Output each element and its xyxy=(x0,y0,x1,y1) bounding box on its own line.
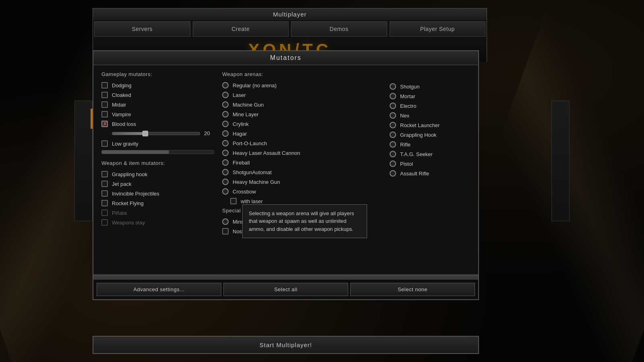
checkbox-mine-layer[interactable]: Mine Layer xyxy=(222,111,382,117)
weapon-arenas-column: Weapon arenas: Regular (no arena) Laser … xyxy=(222,71,382,268)
checkbox-rocket-launcher[interactable]: Rocket Launcher xyxy=(390,122,470,128)
checkbox-pinata[interactable]: Piñata xyxy=(101,210,214,216)
checkbox-low-gravity[interactable]: Low gravity xyxy=(101,140,214,147)
checkbox-assault-rifle[interactable]: Assault Rifle xyxy=(390,170,470,177)
checkbox-machine-gun[interactable]: Machine Gun xyxy=(222,101,382,108)
checkbox-rifle[interactable]: Rifle xyxy=(390,141,470,148)
checkbox-shotgun-automat[interactable]: ShotgunAutomat xyxy=(222,169,382,175)
radio-assault-rifle xyxy=(390,170,396,177)
radio-laser xyxy=(222,92,229,98)
radio-mins xyxy=(222,218,229,225)
low-gravity-scrollbar[interactable] xyxy=(101,150,214,154)
select-all-button[interactable]: Select all xyxy=(223,283,348,296)
radio-heavy-machine-gun xyxy=(222,179,229,185)
radio-crossbow xyxy=(222,188,229,195)
checkbox-crossbow[interactable]: Crossbow xyxy=(222,188,382,195)
dialog-body: Gameplay mutators: Dodging Cloaked Midai… xyxy=(93,65,478,274)
checkbox-icon-invincible-projectiles xyxy=(101,190,108,197)
checkbox-shotgun[interactable]: Shotgun xyxy=(390,83,470,90)
checkbox-heavy-machine-gun[interactable]: Heavy Machine Gun xyxy=(222,179,382,185)
checkbox-tag-seeker[interactable]: T.A.G. Seeker xyxy=(390,151,470,157)
side-panel-right xyxy=(551,101,570,221)
radio-nex xyxy=(390,112,396,119)
radio-rocket-launcher xyxy=(390,122,396,128)
radio-electro xyxy=(390,103,396,109)
weapon-arenas-label: Weapon arenas: xyxy=(222,71,382,77)
radio-hagar xyxy=(222,130,229,137)
checkbox-mortar[interactable]: Mortar xyxy=(390,93,470,99)
checkbox-icon-low-gravity xyxy=(101,140,108,147)
checkbox-midair[interactable]: Midair xyxy=(101,101,214,108)
slider-thumb[interactable] xyxy=(142,131,148,136)
radio-mortar xyxy=(390,93,396,99)
checkbox-weapons-stay[interactable]: Weapons stay xyxy=(101,219,214,226)
gameplay-column: Gameplay mutators: Dodging Cloaked Midai… xyxy=(101,71,214,268)
nav-bar: Servers Create Demos Player Setup xyxy=(93,20,487,38)
window-title: Multiplayer xyxy=(93,8,487,20)
slider-fill xyxy=(112,132,147,135)
checkbox-icon-midair xyxy=(101,101,108,108)
checkbox-dodging[interactable]: Dodging xyxy=(101,82,214,88)
radio-machine-gun xyxy=(222,101,229,108)
radio-regular-arena xyxy=(222,82,229,88)
checkbox-fireball[interactable]: Fireball xyxy=(222,159,382,166)
weapon-arenas-right-column: Shotgun Mortar Electro Nex xyxy=(390,71,470,268)
bottom-scrollbar-thumb xyxy=(93,275,478,279)
side-panel-left xyxy=(74,101,93,221)
checkbox-grappling-hook-arena[interactable]: Grappling Hook xyxy=(390,132,470,138)
bottom-scrollbar[interactable] xyxy=(93,274,478,279)
checkbox-icon-vampire xyxy=(101,111,108,117)
mutators-dialog: Mutators Gameplay mutators: Dodging Cloa… xyxy=(93,50,479,300)
dialog-title: Mutators xyxy=(93,51,478,65)
checkbox-nex[interactable]: Nex xyxy=(390,112,470,119)
radio-fireball xyxy=(222,159,229,166)
checkbox-pistol[interactable]: Pistol xyxy=(390,160,470,167)
radio-grappling-hook-arena xyxy=(390,132,396,138)
blood-loss-slider-row: 20 xyxy=(112,130,214,136)
radio-crylink xyxy=(222,121,229,127)
checkbox-rocket-flying[interactable]: Rocket Flying xyxy=(101,200,214,206)
checkbox-icon-pinata xyxy=(101,210,108,216)
select-none-button[interactable]: Select none xyxy=(350,283,475,296)
scrollbar-thumb xyxy=(102,150,169,154)
checkbox-crylink[interactable]: Crylink xyxy=(222,121,382,127)
radio-hlac xyxy=(222,150,229,156)
checkbox-blood-loss[interactable]: Blood loss xyxy=(101,121,214,127)
radio-shotgun xyxy=(390,83,396,90)
nav-demos[interactable]: Demos xyxy=(291,21,387,37)
checkbox-icon-dodging xyxy=(101,82,108,88)
gameplay-label: Gameplay mutators: xyxy=(101,71,214,77)
checkbox-port-o-launch[interactable]: Port-O-Launch xyxy=(222,140,382,146)
checkbox-regular-arena[interactable]: Regular (no arena) xyxy=(222,82,382,88)
checkbox-icon-weapons-stay xyxy=(101,219,108,226)
checkbox-icon-with-laser xyxy=(230,198,237,204)
checkbox-grappling-hook[interactable]: Grappling hook xyxy=(101,171,214,177)
nav-servers[interactable]: Servers xyxy=(94,21,190,37)
checkbox-hlac[interactable]: Heavy Laser Assault Cannon xyxy=(222,150,382,156)
checkbox-icon-jet-pack xyxy=(101,181,108,187)
checkbox-laser[interactable]: Laser xyxy=(222,92,382,98)
radio-tag-seeker xyxy=(390,151,396,157)
checkbox-jet-pack[interactable]: Jet pack xyxy=(101,181,214,187)
nav-create[interactable]: Create xyxy=(193,21,289,37)
checkbox-icon-grappling-hook xyxy=(101,171,108,177)
radio-mine-layer xyxy=(222,111,229,117)
checkbox-icon-blood-loss xyxy=(101,121,108,127)
checkbox-with-laser[interactable]: with laser xyxy=(230,198,382,204)
slider-value: 20 xyxy=(204,130,214,136)
nav-player-setup[interactable]: Player Setup xyxy=(390,21,486,37)
checkbox-electro[interactable]: Electro xyxy=(390,103,470,109)
checkbox-vampire[interactable]: Vampire xyxy=(101,111,214,117)
weapon-item-label: Weapon & item mutators: xyxy=(101,160,214,166)
start-btn-container: Start Multiplayer! xyxy=(93,336,479,354)
checkbox-invincible-projectiles[interactable]: Invincible Projectiles xyxy=(101,190,214,197)
tooltip: Selecting a weapon arena will give all p… xyxy=(242,204,367,239)
dialog-footer: Advanced settings... Select all Select n… xyxy=(93,279,478,299)
checkbox-icon-cloaked xyxy=(101,92,108,98)
radio-rifle xyxy=(390,141,396,148)
start-multiplayer-button[interactable]: Start Multiplayer! xyxy=(93,336,479,354)
advanced-settings-button[interactable]: Advanced settings... xyxy=(97,283,221,296)
checkbox-cloaked[interactable]: Cloaked xyxy=(101,92,214,98)
checkbox-hagar[interactable]: Hagar xyxy=(222,130,382,137)
blood-loss-slider[interactable] xyxy=(112,132,200,135)
